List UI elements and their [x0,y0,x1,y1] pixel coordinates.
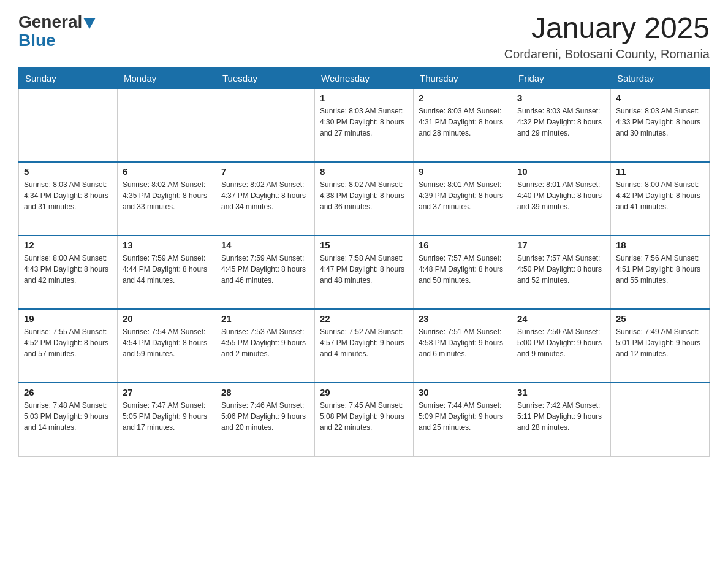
day-number: 31 [517,387,605,397]
day-number: 5 [24,166,112,177]
calendar-cell: 21Sunrise: 7:53 AM Sunset: 4:55 PM Dayli… [216,309,315,383]
day-info: Sunrise: 8:02 AM Sunset: 4:35 PM Dayligh… [123,179,211,212]
calendar-cell: 14Sunrise: 7:59 AM Sunset: 4:45 PM Dayli… [216,236,315,309]
day-number: 21 [221,313,309,324]
calendar-table: SundayMondayTuesdayWednesdayThursdayFrid… [18,67,710,457]
day-info: Sunrise: 8:03 AM Sunset: 4:30 PM Dayligh… [320,105,408,139]
weekday-header-wednesday: Wednesday [315,67,414,88]
day-number: 12 [24,240,112,250]
month-title: January 2025 [504,12,710,45]
location-subtitle: Cordareni, Botosani County, Romania [504,47,710,61]
day-info: Sunrise: 7:50 AM Sunset: 5:00 PM Dayligh… [517,326,605,359]
day-info: Sunrise: 7:42 AM Sunset: 5:11 PM Dayligh… [517,400,605,433]
day-info: Sunrise: 8:03 AM Sunset: 4:31 PM Dayligh… [419,105,507,139]
calendar-cell: 19Sunrise: 7:55 AM Sunset: 4:52 PM Dayli… [19,309,118,383]
calendar-cell: 18Sunrise: 7:56 AM Sunset: 4:51 PM Dayli… [611,236,710,309]
day-number: 26 [24,387,112,397]
calendar-cell: 7Sunrise: 8:02 AM Sunset: 4:37 PM Daylig… [216,162,315,236]
day-info: Sunrise: 8:00 AM Sunset: 4:43 PM Dayligh… [24,253,112,286]
day-info: Sunrise: 7:55 AM Sunset: 4:52 PM Dayligh… [24,326,112,359]
day-info: Sunrise: 7:57 AM Sunset: 4:50 PM Dayligh… [517,253,605,286]
calendar-cell: 4Sunrise: 8:03 AM Sunset: 4:33 PM Daylig… [611,88,710,162]
calendar-cell: 10Sunrise: 8:01 AM Sunset: 4:40 PM Dayli… [512,162,611,236]
day-number: 9 [419,166,507,177]
calendar-cell: 15Sunrise: 7:58 AM Sunset: 4:47 PM Dayli… [315,236,414,309]
calendar-cell [216,88,315,162]
calendar-week-row: 1Sunrise: 8:03 AM Sunset: 4:30 PM Daylig… [19,88,710,162]
calendar-cell: 23Sunrise: 7:51 AM Sunset: 4:58 PM Dayli… [414,309,512,383]
weekday-header-friday: Friday [512,67,611,88]
day-number: 3 [517,93,605,103]
day-info: Sunrise: 7:49 AM Sunset: 5:01 PM Dayligh… [616,326,704,359]
day-info: Sunrise: 7:54 AM Sunset: 4:54 PM Dayligh… [123,326,211,359]
logo-general-text: General [18,12,82,32]
calendar-cell [19,88,118,162]
day-info: Sunrise: 8:01 AM Sunset: 4:39 PM Dayligh… [419,179,507,212]
day-number: 13 [123,240,211,250]
day-number: 29 [320,387,408,397]
day-info: Sunrise: 7:57 AM Sunset: 4:48 PM Dayligh… [419,253,507,286]
calendar-cell: 9Sunrise: 8:01 AM Sunset: 4:39 PM Daylig… [414,162,512,236]
calendar-cell: 26Sunrise: 7:48 AM Sunset: 5:03 PM Dayli… [19,383,118,456]
day-number: 14 [221,240,309,250]
calendar-cell: 27Sunrise: 7:47 AM Sunset: 5:05 PM Dayli… [118,383,216,456]
calendar-cell: 29Sunrise: 7:45 AM Sunset: 5:08 PM Dayli… [315,383,414,456]
title-section: January 2025 Cordareni, Botosani County,… [504,12,710,61]
day-number: 24 [517,313,605,324]
calendar-cell: 17Sunrise: 7:57 AM Sunset: 4:50 PM Dayli… [512,236,611,309]
weekday-header-saturday: Saturday [611,67,710,88]
calendar-cell: 2Sunrise: 8:03 AM Sunset: 4:31 PM Daylig… [414,88,512,162]
day-info: Sunrise: 7:48 AM Sunset: 5:03 PM Dayligh… [24,400,112,433]
day-number: 28 [221,387,309,397]
calendar-cell: 5Sunrise: 8:03 AM Sunset: 4:34 PM Daylig… [19,162,118,236]
day-number: 6 [123,166,211,177]
calendar-week-row: 5Sunrise: 8:03 AM Sunset: 4:34 PM Daylig… [19,162,710,236]
calendar-cell: 31Sunrise: 7:42 AM Sunset: 5:11 PM Dayli… [512,383,611,456]
day-info: Sunrise: 8:03 AM Sunset: 4:32 PM Dayligh… [517,105,605,139]
weekday-header-monday: Monday [118,67,216,88]
calendar-cell: 1Sunrise: 8:03 AM Sunset: 4:30 PM Daylig… [315,88,414,162]
calendar-cell [611,383,710,456]
calendar-week-row: 26Sunrise: 7:48 AM Sunset: 5:03 PM Dayli… [19,383,710,456]
day-info: Sunrise: 8:00 AM Sunset: 4:42 PM Dayligh… [616,179,704,212]
logo-triangle-icon [83,18,96,29]
day-number: 25 [616,313,704,324]
day-info: Sunrise: 7:51 AM Sunset: 4:58 PM Dayligh… [419,326,507,359]
day-number: 7 [221,166,309,177]
calendar-cell: 11Sunrise: 8:00 AM Sunset: 4:42 PM Dayli… [611,162,710,236]
weekday-header-tuesday: Tuesday [216,67,315,88]
day-number: 4 [616,93,704,103]
calendar-cell: 16Sunrise: 7:57 AM Sunset: 4:48 PM Dayli… [414,236,512,309]
day-info: Sunrise: 7:46 AM Sunset: 5:06 PM Dayligh… [221,400,309,433]
day-info: Sunrise: 8:03 AM Sunset: 4:33 PM Dayligh… [616,105,704,139]
calendar-cell: 22Sunrise: 7:52 AM Sunset: 4:57 PM Dayli… [315,309,414,383]
day-number: 19 [24,313,112,324]
calendar-cell: 12Sunrise: 8:00 AM Sunset: 4:43 PM Dayli… [19,236,118,309]
day-number: 2 [419,93,507,103]
calendar-cell: 3Sunrise: 8:03 AM Sunset: 4:32 PM Daylig… [512,88,611,162]
calendar-cell: 6Sunrise: 8:02 AM Sunset: 4:35 PM Daylig… [118,162,216,236]
day-number: 18 [616,240,704,250]
day-info: Sunrise: 8:01 AM Sunset: 4:40 PM Dayligh… [517,179,605,212]
calendar-cell [118,88,216,162]
day-info: Sunrise: 8:02 AM Sunset: 4:38 PM Dayligh… [320,179,408,212]
calendar-cell: 20Sunrise: 7:54 AM Sunset: 4:54 PM Dayli… [118,309,216,383]
day-number: 8 [320,166,408,177]
page-header: General Blue January 2025 Cordareni, Bot… [18,12,710,61]
day-number: 20 [123,313,211,324]
day-info: Sunrise: 7:59 AM Sunset: 4:45 PM Dayligh… [221,253,309,286]
calendar-cell: 24Sunrise: 7:50 AM Sunset: 5:00 PM Dayli… [512,309,611,383]
calendar-cell: 28Sunrise: 7:46 AM Sunset: 5:06 PM Dayli… [216,383,315,456]
day-info: Sunrise: 7:44 AM Sunset: 5:09 PM Dayligh… [419,400,507,433]
calendar-cell: 30Sunrise: 7:44 AM Sunset: 5:09 PM Dayli… [414,383,512,456]
day-info: Sunrise: 8:03 AM Sunset: 4:34 PM Dayligh… [24,179,112,212]
day-info: Sunrise: 7:56 AM Sunset: 4:51 PM Dayligh… [616,253,704,286]
day-number: 23 [419,313,507,324]
weekday-header-row: SundayMondayTuesdayWednesdayThursdayFrid… [19,67,710,88]
day-number: 1 [320,93,408,103]
day-info: Sunrise: 7:58 AM Sunset: 4:47 PM Dayligh… [320,253,408,286]
day-info: Sunrise: 7:45 AM Sunset: 5:08 PM Dayligh… [320,400,408,433]
calendar-cell: 8Sunrise: 8:02 AM Sunset: 4:38 PM Daylig… [315,162,414,236]
day-number: 22 [320,313,408,324]
day-info: Sunrise: 7:59 AM Sunset: 4:44 PM Dayligh… [123,253,211,286]
